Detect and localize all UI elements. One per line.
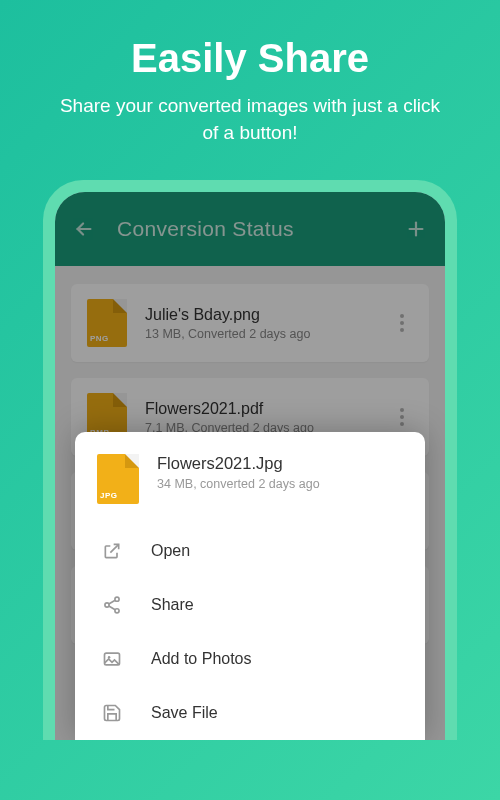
sheet-file-name: Flowers2021.Jpg xyxy=(157,454,320,473)
phone-frame: Conversion Status PNG Julie's Bday.png 1… xyxy=(43,180,457,740)
app-bar-title: Conversion Status xyxy=(117,217,405,241)
add-photos-icon xyxy=(101,648,123,670)
promo-background: Easily Share Share your converted images… xyxy=(0,0,500,800)
sheet-file-meta: 34 MB, converted 2 days ago xyxy=(157,477,320,491)
phone-screen: Conversion Status PNG Julie's Bday.png 1… xyxy=(55,192,445,740)
app-bar: Conversion Status xyxy=(55,192,445,266)
file-card[interactable]: PNG Julie's Bday.png 13 MB, Converted 2 … xyxy=(71,284,429,362)
sheet-action-share[interactable]: Share xyxy=(75,578,425,632)
file-type-icon: JPG xyxy=(97,454,139,504)
file-meta: 13 MB, Converted 2 days ago xyxy=(145,327,391,341)
sheet-action-label: Save File xyxy=(151,704,218,722)
file-ext-label: PNG xyxy=(90,334,127,343)
svg-line-7 xyxy=(109,606,115,610)
promo-title: Easily Share xyxy=(131,36,369,81)
file-ext-label: JPG xyxy=(100,491,139,500)
file-info: Flowers2021.pdf 7.1 MB, Converted 2 days… xyxy=(145,400,391,435)
svg-point-3 xyxy=(115,597,119,601)
svg-line-6 xyxy=(109,600,115,604)
file-name: Flowers2021.pdf xyxy=(145,400,391,418)
file-name: Julie's Bday.png xyxy=(145,306,391,324)
sheet-action-label: Share xyxy=(151,596,194,614)
sheet-items: Open Share Add to Photos xyxy=(75,524,425,740)
add-icon[interactable] xyxy=(405,218,427,240)
file-type-icon: PNG xyxy=(87,299,127,347)
action-sheet: JPG Flowers2021.Jpg 34 MB, converted 2 d… xyxy=(75,432,425,740)
more-menu-icon[interactable] xyxy=(391,314,413,332)
sheet-action-save-file[interactable]: Save File xyxy=(75,686,425,740)
promo-subtitle: Share your converted images with just a … xyxy=(50,93,450,146)
svg-point-5 xyxy=(115,609,119,613)
back-arrow-icon[interactable] xyxy=(73,218,95,240)
sheet-action-label: Add to Photos xyxy=(151,650,252,668)
sheet-action-label: Open xyxy=(151,542,190,560)
save-icon xyxy=(101,702,123,724)
more-menu-icon[interactable] xyxy=(391,408,413,426)
sheet-file-info: Flowers2021.Jpg 34 MB, converted 2 days … xyxy=(157,454,320,491)
sheet-header: JPG Flowers2021.Jpg 34 MB, converted 2 d… xyxy=(75,454,425,524)
svg-point-4 xyxy=(105,603,109,607)
open-icon xyxy=(101,540,123,562)
file-info: Julie's Bday.png 13 MB, Converted 2 days… xyxy=(145,306,391,341)
sheet-action-open[interactable]: Open xyxy=(75,524,425,578)
share-icon xyxy=(101,594,123,616)
sheet-action-add-photos[interactable]: Add to Photos xyxy=(75,632,425,686)
svg-point-9 xyxy=(108,656,111,659)
